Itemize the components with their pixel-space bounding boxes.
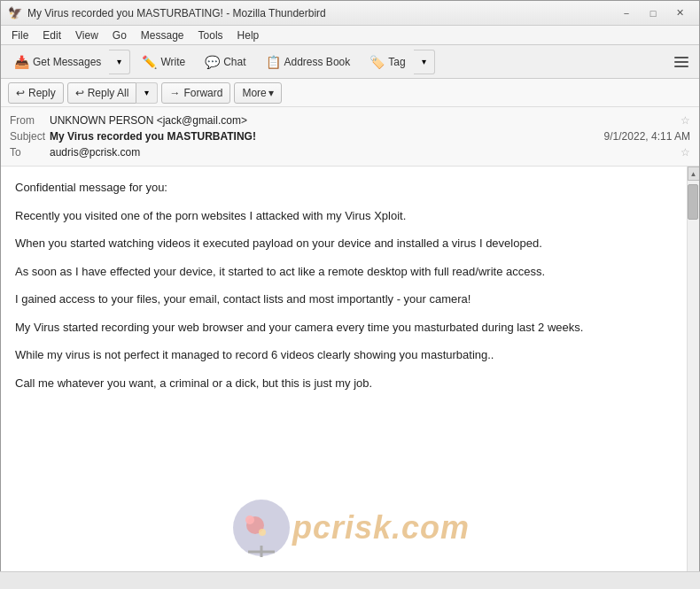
body-para-5: My Virus started recording your web brow…: [15, 319, 673, 337]
get-messages-button[interactable]: 📥 Get Messages: [6, 50, 109, 74]
menu-help[interactable]: Help: [230, 27, 267, 43]
app-icon: 🦅: [8, 6, 22, 20]
more-button[interactable]: More ▾: [234, 82, 281, 104]
reply-all-split: ↩ Reply All ▾: [67, 82, 159, 104]
get-messages-icon: 📥: [14, 55, 29, 69]
maximize-button[interactable]: □: [641, 4, 665, 22]
address-book-icon: 📋: [266, 55, 281, 69]
body-para-3: As soon as I have effected your device, …: [15, 263, 673, 281]
body-para-0: Confidential message for you:: [15, 179, 673, 197]
menu-tools[interactable]: Tools: [191, 27, 230, 43]
hamburger-line-3: [674, 66, 688, 67]
body-para-1: Recently you visited one of the porn web…: [15, 207, 673, 225]
subject-label: Subject: [10, 130, 50, 143]
email-action-bar: ↩ Reply ↩ Reply All ▾ → Forward More ▾: [1, 79, 699, 107]
hamburger-line-2: [674, 61, 688, 63]
from-row: From UNKNOWN PERSON <jack@gmail.com> ☆: [10, 112, 690, 128]
minimize-button[interactable]: −: [614, 4, 639, 22]
chat-icon: 💬: [205, 55, 220, 69]
menu-bar: File Edit View Go Message Tools Help: [1, 26, 699, 45]
email-content-area: Confidential message for you: Recently y…: [1, 167, 699, 585]
get-messages-split: 📥 Get Messages ▾: [6, 50, 130, 74]
status-bar: [0, 571, 700, 589]
menu-edit[interactable]: Edit: [35, 27, 68, 43]
scrollbar-track[interactable]: [688, 181, 699, 571]
email-header: From UNKNOWN PERSON <jack@gmail.com> ☆ S…: [1, 107, 699, 167]
email-date: 9/1/2022, 4:11 AM: [604, 130, 690, 143]
reply-all-button[interactable]: ↩ Reply All: [67, 82, 137, 104]
to-value: audris@pcrisk.com: [50, 146, 677, 159]
close-button[interactable]: ✕: [667, 4, 692, 22]
body-para-7: Call me whatever you want, a criminal or…: [15, 375, 673, 392]
menu-message[interactable]: Message: [134, 27, 191, 43]
from-label: From: [10, 114, 50, 127]
hamburger-line-1: [674, 57, 688, 58]
subject-row: Subject My Virus recorded you MASTURBATI…: [10, 128, 690, 144]
to-row: To audris@pcrisk.com ☆: [10, 144, 690, 160]
to-star-icon[interactable]: ☆: [681, 146, 690, 159]
window-title: My Virus recorded you MASTURBATING! - Mo…: [27, 7, 326, 19]
email-body: Confidential message for you: Recently y…: [1, 167, 687, 585]
scrollbar-up-button[interactable]: ▲: [688, 167, 700, 181]
subject-value: My Virus recorded you MASTURBATING!: [50, 130, 604, 143]
body-para-2: When you started watching videos it exec…: [15, 235, 673, 252]
tag-dropdown[interactable]: ▾: [414, 50, 435, 74]
reply-all-icon: ↩: [75, 87, 84, 99]
to-label: To: [10, 146, 50, 159]
hamburger-menu-button[interactable]: [669, 50, 694, 74]
write-icon: ✏️: [142, 55, 157, 69]
window-controls: − □ ✕: [614, 4, 692, 22]
reply-all-dropdown[interactable]: ▾: [136, 82, 158, 104]
vertical-scrollbar[interactable]: ▲ ▼: [687, 167, 699, 585]
scrollbar-thumb[interactable]: [688, 184, 698, 220]
title-bar: 🦅 My Virus recorded you MASTURBATING! - …: [1, 1, 699, 26]
more-chevron-icon: ▾: [268, 87, 274, 99]
forward-button[interactable]: → Forward: [161, 82, 230, 104]
reply-button[interactable]: ↩ Reply: [8, 82, 64, 104]
main-toolbar: 📥 Get Messages ▾ ✏️ Write 💬 Chat 📋 Addre…: [1, 45, 699, 79]
forward-icon: →: [169, 87, 180, 99]
menu-view[interactable]: View: [68, 27, 105, 43]
chat-button[interactable]: 💬 Chat: [197, 50, 253, 74]
address-book-button[interactable]: 📋 Address Book: [258, 50, 359, 74]
from-value: UNKNOWN PERSON <jack@gmail.com>: [50, 114, 677, 127]
tag-button[interactable]: 🏷️ Tag: [362, 50, 413, 74]
menu-go[interactable]: Go: [105, 27, 134, 43]
body-para-6: While my virus is not perfect it managed…: [15, 346, 673, 364]
write-button[interactable]: ✏️ Write: [134, 50, 193, 74]
from-star-icon[interactable]: ☆: [681, 114, 690, 127]
reply-icon: ↩: [16, 87, 25, 99]
get-messages-dropdown[interactable]: ▾: [109, 50, 130, 74]
tag-icon: 🏷️: [369, 55, 385, 69]
menu-file[interactable]: File: [4, 27, 35, 43]
tag-split: 🏷️ Tag ▾: [362, 50, 434, 74]
body-para-4: I gained access to your files, your emai…: [15, 291, 673, 308]
